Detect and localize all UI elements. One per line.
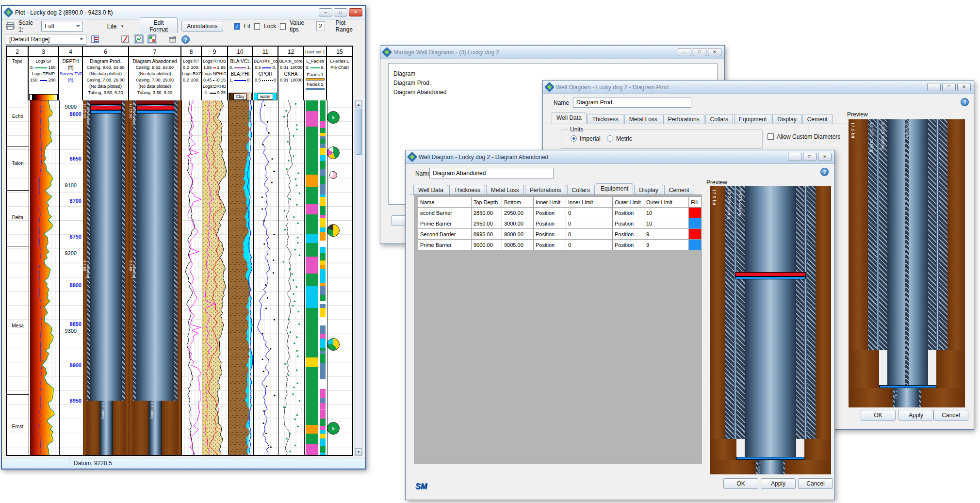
apply-button[interactable]: Apply xyxy=(761,478,796,489)
grid-cell[interactable]: 3000.00 xyxy=(502,218,534,229)
grid-cell[interactable]: 0 xyxy=(566,208,613,218)
help-icon[interactable]: ? xyxy=(820,168,829,176)
maximize-icon[interactable]: □ xyxy=(693,48,706,56)
fill-color-cell[interactable] xyxy=(689,218,702,229)
tab-well-data[interactable]: Well Data xyxy=(413,185,448,195)
track-header-cell[interactable]: BLA:VCL0.1.BLA:PHI1.0.Clay xyxy=(228,57,252,101)
tab-thickness[interactable]: Thickness xyxy=(588,114,623,124)
shading-edit-icon[interactable] xyxy=(147,34,157,44)
maximize-icon[interactable]: □ xyxy=(942,83,956,91)
metric-radio[interactable] xyxy=(607,135,613,142)
plot-vertical-scrollbar[interactable]: ▲ ▼ xyxy=(355,100,362,456)
column-header[interactable]: Outer Limit xyxy=(613,197,644,208)
track-header-cell[interactable]: BLA:K_core0.0110000.CKHA0.0110000 xyxy=(278,57,303,101)
scroll-down-icon[interactable]: ▼ xyxy=(355,448,362,455)
fill-color-cell[interactable] xyxy=(689,229,702,240)
grid-cell[interactable]: 9 xyxy=(644,229,689,240)
close-icon[interactable]: ✕ xyxy=(349,8,362,16)
tab-well-data[interactable]: Well Data xyxy=(552,113,587,124)
scroll-up-icon[interactable]: ▲ xyxy=(355,101,362,108)
grid-cell[interactable]: 2950.00 xyxy=(472,218,502,229)
column-header[interactable]: Bottom xyxy=(502,197,534,208)
close-icon[interactable]: ✕ xyxy=(708,48,721,56)
grid-cell[interactable]: Position xyxy=(613,218,644,229)
grid-cell[interactable]: Position xyxy=(613,240,644,250)
grid-cell[interactable]: 10 xyxy=(644,218,689,229)
grid-cell[interactable]: Prime Barrier xyxy=(418,240,472,250)
tab-metal-loss[interactable]: Metal Loss xyxy=(624,114,662,124)
track-header-cell[interactable]: Logs:RHOB1.952.95Logs:NPHIC0.45-0.15Logs… xyxy=(202,57,227,101)
value-tips-spinner[interactable]: 2 xyxy=(316,21,325,31)
grid-cell[interactable]: Position xyxy=(534,218,566,229)
grid-cell[interactable]: Position xyxy=(534,240,566,250)
grid-cell[interactable]: Position xyxy=(534,208,566,218)
imperial-radio[interactable] xyxy=(571,135,577,142)
tab-perforations[interactable]: Perforations xyxy=(663,114,704,124)
track-header-cell[interactable]: DEPTH(ft)Survey:TVDSS(ft) xyxy=(59,57,82,101)
track-header-cell[interactable]: Diagram AbandonedCasing, 9.63, 53.50(No … xyxy=(129,57,180,101)
tab-cement[interactable]: Cement xyxy=(664,185,694,195)
track-header-cell[interactable]: Diagram Prod.Casing, 9.63, 53.50(No data… xyxy=(83,57,128,101)
tab-equipment[interactable]: Equipment xyxy=(596,183,633,195)
grid-cell[interactable]: 9000.00 xyxy=(502,229,534,240)
grid-cell[interactable]: 9 xyxy=(644,240,689,250)
column-header[interactable]: Inner Limit xyxy=(566,197,613,208)
column-header[interactable]: Top Depth xyxy=(472,197,502,208)
tab-perforations[interactable]: Perforations xyxy=(525,185,566,195)
help-icon[interactable]: ? xyxy=(181,35,190,44)
value-tips-checkbox[interactable] xyxy=(280,23,286,30)
grid-cell[interactable]: 0 xyxy=(566,218,613,229)
grid-cell[interactable]: 9005.00 xyxy=(502,240,534,250)
edit-format-button[interactable]: Edit Format xyxy=(140,17,178,35)
maximize-icon[interactable]: □ xyxy=(803,153,817,161)
grid-cell[interactable]: 0 xyxy=(566,240,613,250)
close-icon[interactable]: ✕ xyxy=(818,153,832,161)
grid-cell[interactable]: Prime Barrier xyxy=(418,218,472,229)
prod-titlebar[interactable]: Well Diagram - Lucky dog 2 - Diagram Pro… xyxy=(543,81,974,94)
print-icon[interactable] xyxy=(6,22,15,31)
help-icon[interactable]: ? xyxy=(961,98,969,106)
column-header[interactable]: Inner Limit xyxy=(534,197,566,208)
grid-cell[interactable]: 0 xyxy=(566,229,613,240)
scrollbar-thumb[interactable] xyxy=(356,109,362,155)
minimize-icon[interactable]: – xyxy=(319,8,332,16)
grid-cell[interactable]: 2950.00 xyxy=(502,208,534,218)
fit-checkbox[interactable]: ✓ xyxy=(234,23,240,30)
cancel-button[interactable]: Cancel xyxy=(933,410,968,421)
abandoned-name-input[interactable]: Diagram Abandoned xyxy=(429,168,554,178)
grid-cell[interactable]: 2850.00 xyxy=(472,208,502,218)
tab-collars[interactable]: Collars xyxy=(567,185,595,195)
plot-titlebar[interactable]: Plot - Lucky dog 2 (8990.0 - 9423.0 ft) … xyxy=(2,6,365,19)
column-header[interactable]: Fill xyxy=(689,197,702,208)
ok-button[interactable]: OK xyxy=(723,478,758,489)
tab-collars[interactable]: Collars xyxy=(705,114,733,124)
track-header-cell[interactable]: LFacies:LPie Chart xyxy=(327,57,352,101)
manage-titlebar[interactable]: Manage Well Diagrams - (3) Lucky dog 2 –… xyxy=(380,46,724,59)
grid-cell[interactable]: Second Barrier xyxy=(418,229,472,240)
column-header[interactable]: Outer Limit xyxy=(644,197,689,208)
fill-color-cell[interactable] xyxy=(689,208,702,218)
cancel-button[interactable]: Cancel xyxy=(798,478,833,489)
depth-range-icon[interactable] xyxy=(90,34,100,44)
tab-display[interactable]: Display xyxy=(772,114,801,124)
grid-cell[interactable]: 10 xyxy=(644,208,689,218)
file-menu-arrow-icon[interactable]: ▼ xyxy=(120,24,124,29)
abandoned-titlebar[interactable]: Well Diagram - Lucky dog 2 - Diagram Aba… xyxy=(406,150,834,164)
tab-display[interactable]: Display xyxy=(634,185,663,195)
annotations-button[interactable]: Annotations xyxy=(181,21,223,32)
prod-name-input[interactable]: Diagram Prod. xyxy=(573,97,691,108)
file-menu[interactable]: File xyxy=(107,23,116,30)
track-header-cell[interactable]: BLA:PHI_core0.50.CPOR0.50water xyxy=(253,57,278,101)
track-header-cell[interactable]: Tops xyxy=(7,57,28,101)
grid-cell[interactable]: 9000.00 xyxy=(472,240,502,250)
track-header-cell[interactable]: Logs:Gr0.150.Logs:TEMP150.200. xyxy=(29,57,58,101)
list-item[interactable]: Diagram xyxy=(393,69,712,79)
grid-cell[interactable]: 8995.00 xyxy=(472,229,502,240)
tab-equipment[interactable]: Equipment xyxy=(734,114,771,124)
range-combo[interactable]: [Default Range] xyxy=(6,34,86,45)
curve-edit-icon[interactable] xyxy=(134,34,144,44)
scale-combo[interactable]: Full xyxy=(41,21,82,32)
grid-cell[interactable]: econd Barrier xyxy=(418,208,472,218)
track-header-cell[interactable]: L_Facies0.6.Facies 1Facies 2 xyxy=(304,57,326,101)
track-format-icon[interactable] xyxy=(120,34,130,44)
